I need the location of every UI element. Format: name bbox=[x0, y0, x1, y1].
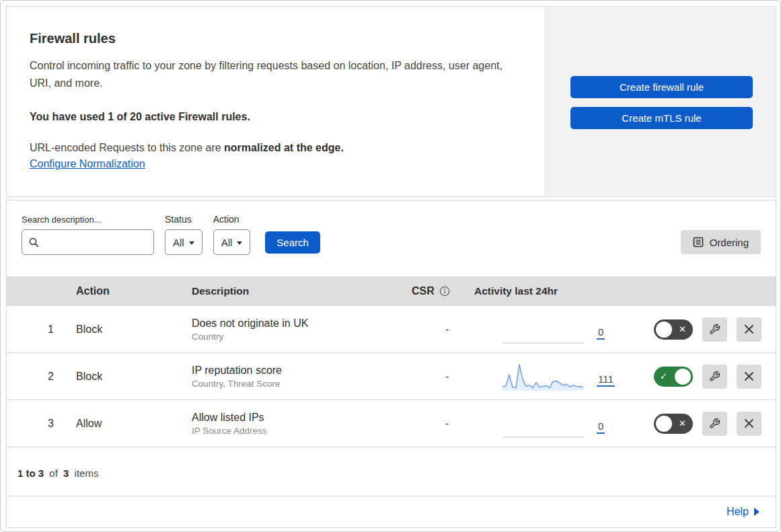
csr-value: - bbox=[405, 418, 469, 430]
create-mtls-rule-button[interactable]: Create mTLS rule bbox=[570, 107, 753, 129]
rule-enabled-toggle[interactable]: ✓ ✕ bbox=[654, 414, 693, 434]
actions-panel: Create firewall rule Create mTLS rule bbox=[547, 6, 776, 197]
ordering-list-icon bbox=[693, 237, 704, 248]
rule-description: Allow listed IPs bbox=[192, 412, 405, 424]
rule-row: 3 Allow Allow listed IPs IP Source Addre… bbox=[7, 400, 776, 447]
status-filter-select[interactable]: All bbox=[165, 229, 202, 255]
help-bar: Help bbox=[6, 496, 776, 528]
rule-controls: ✓ ✕ bbox=[650, 317, 776, 342]
search-button[interactable]: Search bbox=[265, 231, 320, 254]
action-filter-group: Action All bbox=[213, 214, 251, 255]
column-header-csr: CSR bbox=[405, 285, 469, 297]
csr-value: - bbox=[405, 371, 469, 383]
x-icon: ✕ bbox=[679, 418, 686, 428]
rule-action: Allow bbox=[67, 418, 183, 430]
rule-controls: ✓ ✕ bbox=[650, 365, 776, 389]
column-header-activity: Activity last 24hr bbox=[469, 285, 650, 297]
rule-enabled-toggle[interactable]: ✓ ✕ bbox=[654, 319, 693, 340]
activity-sparkline bbox=[503, 410, 583, 438]
rule-row: 2 Block IP reputation score Country, Thr… bbox=[7, 353, 776, 400]
rule-row: 1 Block Does not originate in UK Country… bbox=[7, 306, 776, 353]
status-filter-label: Status bbox=[165, 214, 202, 225]
info-icon[interactable] bbox=[439, 286, 450, 297]
intro-card: Firewall rules Control incoming traffic … bbox=[6, 6, 546, 197]
action-filter-select[interactable]: All bbox=[213, 229, 251, 255]
edit-rule-button[interactable] bbox=[702, 412, 727, 436]
rule-match-fields: Country, Threat Score bbox=[192, 379, 405, 389]
x-icon: ✕ bbox=[679, 324, 686, 334]
arrow-right-icon bbox=[754, 508, 759, 516]
rule-action: Block bbox=[67, 324, 183, 336]
activity-cell: 111 bbox=[469, 363, 650, 391]
normalization-text: URL-encoded Requests to this zone are no… bbox=[30, 142, 522, 154]
rule-description: IP reputation score bbox=[192, 365, 405, 377]
rule-enabled-toggle[interactable]: ✓ ✕ bbox=[654, 367, 693, 387]
delete-rule-button[interactable] bbox=[737, 317, 761, 342]
wrench-icon bbox=[709, 418, 720, 429]
wrench-icon bbox=[709, 324, 720, 335]
rule-action: Block bbox=[67, 371, 183, 383]
rules-list-panel: Search description... Status All Action … bbox=[6, 200, 776, 496]
page-description: Control incoming traffic to your zone by… bbox=[30, 57, 511, 92]
activity-sparkline bbox=[503, 363, 583, 391]
edit-rule-button[interactable] bbox=[702, 317, 727, 342]
rule-description-cell: IP reputation score Country, Threat Scor… bbox=[183, 365, 405, 389]
filter-bar: Search description... Status All Action … bbox=[7, 200, 776, 255]
rule-number: 1 bbox=[7, 324, 67, 336]
activity-cell: 0 bbox=[469, 410, 650, 438]
activity-count-link[interactable]: 0 bbox=[597, 326, 605, 340]
x-icon bbox=[744, 371, 754, 381]
items-summary: 1 to 3 of 3 items bbox=[7, 447, 776, 479]
rules-usage-text: You have used 1 of 20 active Firewall ru… bbox=[30, 111, 522, 123]
activity-cell: 0 bbox=[469, 315, 650, 344]
chevron-down-icon bbox=[237, 241, 242, 245]
wrench-icon bbox=[709, 371, 720, 382]
delete-rule-button[interactable] bbox=[737, 412, 761, 436]
rule-description: Does not originate in UK bbox=[192, 317, 405, 330]
column-header-description: Description bbox=[183, 285, 405, 297]
search-icon bbox=[28, 237, 40, 248]
edit-rule-button[interactable] bbox=[702, 365, 727, 389]
x-icon bbox=[744, 324, 754, 334]
configure-normalization-link[interactable]: Configure Normalization bbox=[30, 158, 145, 170]
check-icon: ✓ bbox=[660, 371, 667, 381]
rule-match-fields: IP Source Address bbox=[192, 426, 405, 436]
page-title: Firewall rules bbox=[30, 31, 522, 46]
toggle-knob bbox=[656, 416, 672, 432]
activity-sparkline bbox=[503, 315, 583, 344]
toggle-knob bbox=[675, 369, 691, 385]
help-link[interactable]: Help bbox=[727, 506, 759, 518]
table-header: Action Description CSR Activity last 24h… bbox=[7, 276, 776, 306]
ordering-button[interactable]: Ordering bbox=[681, 230, 761, 254]
status-filter-group: Status All bbox=[165, 214, 202, 255]
rule-number: 2 bbox=[7, 371, 67, 383]
rule-number: 3 bbox=[7, 418, 67, 430]
csr-value: - bbox=[405, 324, 469, 336]
chevron-down-icon bbox=[189, 241, 194, 245]
delete-rule-button[interactable] bbox=[737, 365, 761, 389]
column-header-action: Action bbox=[67, 285, 183, 297]
firewall-rules-page: Firewall rules Control incoming traffic … bbox=[0, 0, 781, 532]
action-filter-label: Action bbox=[213, 214, 251, 225]
search-label: Search description... bbox=[22, 215, 154, 225]
toggle-knob bbox=[656, 321, 672, 338]
rule-description-cell: Does not originate in UK Country bbox=[183, 317, 405, 342]
search-group: Search description... bbox=[22, 215, 154, 255]
rule-description-cell: Allow listed IPs IP Source Address bbox=[183, 412, 405, 436]
search-description-input[interactable] bbox=[22, 229, 154, 255]
rule-controls: ✓ ✕ bbox=[650, 412, 776, 436]
x-icon bbox=[744, 418, 754, 428]
create-firewall-rule-button[interactable]: Create firewall rule bbox=[570, 76, 753, 98]
activity-count-link[interactable]: 0 bbox=[597, 420, 605, 434]
activity-count-link[interactable]: 111 bbox=[597, 373, 615, 387]
rule-match-fields: Country bbox=[192, 332, 405, 342]
